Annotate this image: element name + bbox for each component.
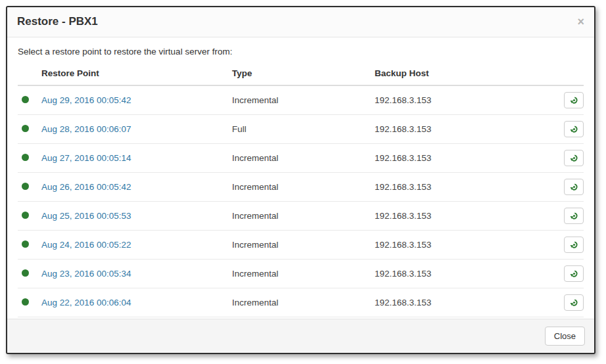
restore-history-icon (570, 154, 578, 162)
table-row: Aug 25, 2016 00:05:53 Incremental 192.16… (18, 202, 584, 231)
restore-points-table: Restore Point Type Backup Host Aug 29, 2… (18, 63, 584, 346)
table-row: Aug 27, 2016 00:05:14 Incremental 192.16… (18, 144, 584, 173)
restore-history-icon (570, 212, 578, 220)
type-cell: Incremental (232, 85, 375, 115)
action-column-header (552, 63, 584, 85)
status-dot-icon (22, 212, 29, 219)
restore-point-column-header: Restore Point (41, 63, 232, 85)
intro-text: Select a restore point to restore the vi… (18, 47, 584, 57)
table-row: Aug 26, 2016 00:05:42 Incremental 192.16… (18, 173, 584, 202)
type-cell: Incremental (232, 288, 375, 317)
table-header-row: Restore Point Type Backup Host (18, 63, 584, 85)
restore-button[interactable] (564, 208, 584, 224)
status-dot-icon (22, 154, 29, 161)
restore-button[interactable] (564, 92, 584, 108)
status-dot-icon (22, 183, 29, 190)
restore-history-icon (570, 298, 578, 307)
restore-button[interactable] (564, 150, 584, 166)
dialog-body: Select a restore point to restore the vi… (7, 37, 594, 346)
restore-history-icon (570, 269, 578, 278)
restore-point-link[interactable]: Aug 28, 2016 00:06:07 (41, 124, 131, 134)
backup-host-cell: 192.168.3.153 (375, 115, 552, 144)
backup-host-cell: 192.168.3.153 (375, 85, 552, 115)
close-icon[interactable]: × (577, 17, 584, 26)
backup-host-cell: 192.168.3.153 (375, 260, 552, 288)
close-button[interactable]: Close (545, 327, 585, 346)
backup-host-column-header: Backup Host (375, 63, 552, 85)
restore-button[interactable] (564, 294, 584, 311)
table-row: Aug 23, 2016 00:05:34 Incremental 192.16… (18, 260, 584, 288)
restore-history-icon (570, 125, 578, 133)
restore-dialog: Restore - PBX1 × Select a restore point … (6, 6, 595, 354)
status-dot-icon (22, 298, 29, 306)
type-cell: Incremental (232, 144, 375, 173)
type-cell: Incremental (232, 173, 375, 202)
type-cell: Full (232, 115, 375, 144)
restore-point-link[interactable]: Aug 29, 2016 00:05:42 (41, 95, 131, 105)
table-row: Aug 29, 2016 00:05:42 Incremental 192.16… (18, 85, 584, 115)
restore-button[interactable] (564, 179, 584, 195)
type-column-header: Type (232, 63, 375, 85)
restore-point-link[interactable]: Aug 22, 2016 00:06:04 (41, 298, 131, 307)
restore-point-link[interactable]: Aug 25, 2016 00:05:53 (41, 211, 131, 221)
status-dot-icon (22, 125, 29, 132)
backup-host-cell: 192.168.3.153 (375, 144, 552, 173)
restore-point-link[interactable]: Aug 24, 2016 00:05:22 (41, 240, 131, 250)
restore-point-link[interactable]: Aug 23, 2016 00:05:34 (41, 269, 131, 279)
backup-host-cell: 192.168.3.153 (375, 173, 552, 202)
restore-point-link[interactable]: Aug 26, 2016 00:05:42 (41, 182, 131, 192)
restore-history-icon (570, 183, 578, 191)
dialog-title: Restore - PBX1 (17, 15, 98, 28)
status-dot-icon (22, 240, 29, 248)
status-dot-icon (22, 96, 29, 103)
restore-button[interactable] (564, 121, 584, 137)
restore-button[interactable] (564, 265, 584, 282)
table-row: Aug 28, 2016 00:06:07 Full 192.168.3.153 (18, 115, 584, 144)
dialog-footer: Close (7, 319, 594, 353)
dialog-header: Restore - PBX1 × (7, 7, 594, 37)
type-cell: Incremental (232, 260, 375, 288)
backup-host-cell: 192.168.3.153 (375, 202, 552, 231)
restore-history-icon (570, 96, 578, 104)
backup-host-cell: 192.168.3.153 (375, 231, 552, 260)
restore-history-icon (570, 240, 578, 249)
type-cell: Incremental (232, 231, 375, 260)
status-column-header (18, 63, 41, 85)
table-row: Aug 22, 2016 00:06:04 Incremental 192.16… (18, 288, 584, 317)
backup-host-cell: 192.168.3.153 (375, 288, 552, 317)
type-cell: Incremental (232, 202, 375, 231)
table-row: Aug 24, 2016 00:05:22 Incremental 192.16… (18, 231, 584, 260)
restore-point-link[interactable]: Aug 27, 2016 00:05:14 (41, 153, 131, 163)
restore-button[interactable] (564, 237, 584, 253)
status-dot-icon (22, 269, 29, 277)
